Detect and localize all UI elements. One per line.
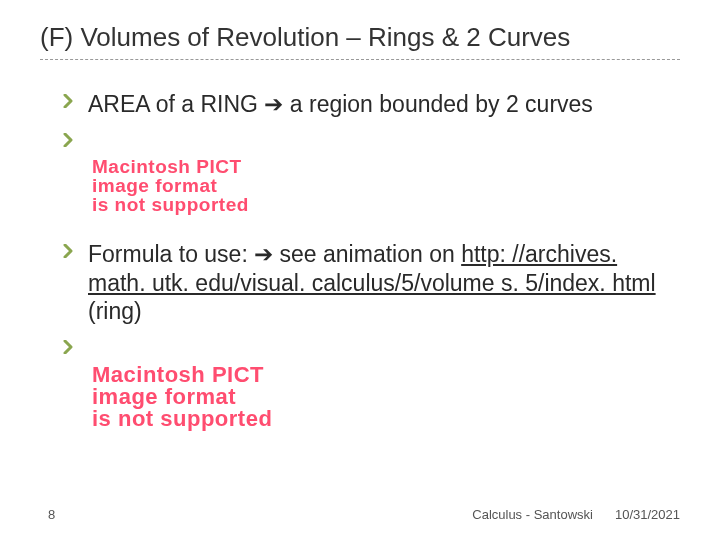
pict-line: is not supported bbox=[92, 195, 680, 214]
slide: (F) Volumes of Revolution – Rings & 2 Cu… bbox=[0, 0, 720, 540]
pict-line: image format bbox=[92, 386, 680, 408]
chevron-bullet-icon bbox=[60, 244, 80, 258]
bullet-text: Formula to use: ➔ see animation on http:… bbox=[88, 240, 680, 326]
pict-unsupported-placeholder: Macintosh PICT image format is not suppo… bbox=[92, 157, 680, 214]
chevron-bullet-icon bbox=[60, 340, 80, 354]
text-pre: Formula to use: ➔ see animation on bbox=[88, 241, 461, 267]
bullet-row bbox=[60, 129, 680, 147]
pict-line: image format bbox=[92, 176, 680, 195]
pict-line: Macintosh PICT bbox=[92, 157, 680, 176]
chevron-bullet-icon bbox=[60, 133, 80, 147]
footer-date: 10/31/2021 bbox=[615, 507, 680, 522]
bullet-row bbox=[60, 336, 680, 354]
bullet-row: AREA of a RING ➔ a region bounded by 2 c… bbox=[60, 90, 680, 119]
pict-unsupported-placeholder: Macintosh PICT image format is not suppo… bbox=[92, 364, 680, 430]
page-number: 8 bbox=[48, 507, 98, 522]
bullet-text: AREA of a RING ➔ a region bounded by 2 c… bbox=[88, 90, 593, 119]
pict-line: Macintosh PICT bbox=[92, 364, 680, 386]
text-post: (ring) bbox=[88, 298, 142, 324]
page-title: (F) Volumes of Revolution – Rings & 2 Cu… bbox=[40, 22, 680, 53]
chevron-bullet-icon bbox=[60, 94, 80, 108]
content-area: AREA of a RING ➔ a region bounded by 2 c… bbox=[40, 90, 680, 430]
pict-line: is not supported bbox=[92, 408, 680, 430]
bullet-row: Formula to use: ➔ see animation on http:… bbox=[60, 240, 680, 326]
title-divider bbox=[40, 59, 680, 60]
footer-center: Calculus - Santowski bbox=[472, 507, 593, 522]
footer: 8 Calculus - Santowski 10/31/2021 bbox=[48, 507, 680, 522]
